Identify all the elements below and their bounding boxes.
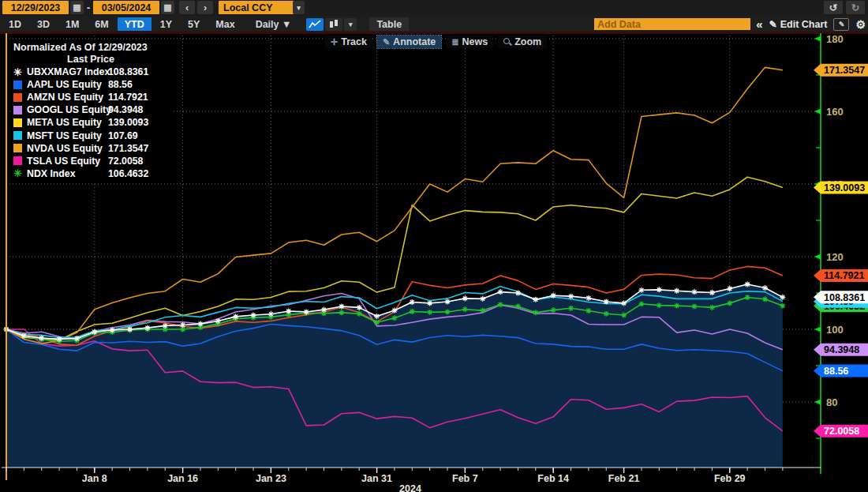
magnifier-icon (503, 38, 511, 46)
legend-series-value: 139.0093 (108, 117, 168, 128)
end-date-field[interactable]: 03/05/2024 (93, 1, 159, 14)
range-tabs: 1D3D1M6MYTD1Y5YMax Daily ▼ ▾ Table (2, 17, 409, 31)
series-marker-UBXXMAG7 (515, 291, 521, 296)
x-tick-label-Feb-21: Feb 21 (608, 473, 640, 484)
series-marker-UBXXMAG7 (215, 318, 221, 324)
legend-row-META[interactable]: META US Equity139.0093 (13, 116, 168, 129)
collapse-toolbar-button[interactable]: « (756, 17, 762, 31)
currency-select[interactable]: Local CCY (219, 1, 296, 14)
legend-row-AAPL[interactable]: AAPL US Equity88.56 (13, 78, 168, 91)
legend-square-swatch (13, 81, 22, 89)
series-marker-UBXXMAG7 (144, 325, 150, 331)
zoom-button[interactable]: Zoom (498, 36, 547, 48)
series-marker-UBXXMAG7 (357, 305, 362, 310)
legend-square-swatch (13, 144, 22, 152)
legend-row-TSLA[interactable]: TSLA US Equity72.0058 (13, 155, 168, 167)
series-marker-NDX (604, 311, 609, 317)
price-badge-label-TSLA: 72.0058 (824, 426, 859, 437)
bloomberg-chart-window: { "header": { "date_start": "12/29/2023"… (0, 0, 868, 492)
legend-row-MSFT[interactable]: MSFT US Equity107.69 (13, 129, 168, 141)
price-badge-label-UBXXMAG7: 108.8361 (824, 292, 865, 303)
series-marker-UBXXMAG7 (568, 294, 574, 299)
undo-icon[interactable]: ↺ (824, 1, 843, 14)
series-marker-UBXXMAG7 (621, 300, 627, 306)
series-marker-UBXXMAG7 (286, 309, 291, 314)
series-marker-UBXXMAG7 (427, 300, 432, 306)
series-marker-NDX (480, 308, 485, 314)
candlestick-chart-type-icon[interactable] (325, 18, 342, 31)
series-marker-UBXXMAG7 (692, 289, 698, 295)
legend-square-swatch (13, 93, 22, 102)
series-marker-NDX (780, 303, 785, 309)
pencil-icon: ✎ (769, 19, 777, 30)
legend-row-GOOGL[interactable]: GOOGL US Equity94.3948 (13, 103, 168, 116)
series-marker-UBXXMAG7 (57, 336, 62, 342)
price-badge-label-AMZN: 114.7921 (824, 270, 864, 281)
series-marker-NDX (727, 300, 732, 306)
legend-row-NVDA[interactable]: NVDA US Equity171.3547 (13, 142, 168, 155)
series-marker-UBXXMAG7 (498, 289, 503, 295)
series-marker-UBXXMAG7 (657, 287, 662, 292)
annotate-button[interactable]: ✎Annotate (377, 36, 441, 48)
series-marker-UBXXMAG7 (709, 290, 715, 295)
legend-series-name: META US Equity (27, 117, 108, 128)
y-tick-label-120: 120 (826, 251, 844, 263)
period-select[interactable]: Daily ▼ (249, 17, 299, 31)
end-date-calendar-icon[interactable]: ▦ (161, 1, 174, 14)
start-date-field[interactable]: 12/29/2023 (2, 1, 69, 14)
tab-YTD[interactable]: YTD (118, 17, 152, 31)
y-tick-arrow-180 (814, 36, 821, 42)
annotate-pencil-icon: ✎ (383, 37, 390, 47)
y-tick-label-100: 100 (826, 324, 844, 336)
tab-5Y[interactable]: 5Y (181, 17, 207, 31)
tab-1M[interactable]: 1M (58, 17, 86, 31)
series-marker-UBXXMAG7 (268, 311, 274, 317)
series-marker-UBXXMAG7 (321, 307, 327, 313)
next-period-button[interactable]: › (197, 1, 213, 14)
series-marker-NDX (427, 310, 432, 315)
series-marker-NDX (638, 301, 644, 306)
x-tick-label-Jan-8: Jan 8 (82, 473, 107, 484)
start-date-calendar-icon[interactable]: ▦ (70, 1, 84, 14)
series-marker-NDX (357, 311, 362, 317)
legend-row-AMZN[interactable]: AMZN US Equity114.7921 (13, 91, 168, 103)
add-data-input[interactable] (594, 18, 750, 30)
legend-title: Normalized As Of 12/29/2023 (13, 42, 168, 53)
legend-series-name: GOOGL US Equity (27, 104, 108, 115)
legend-series-name: AMZN US Equity (27, 92, 108, 103)
series-marker-UBXXMAG7 (674, 288, 679, 294)
legend-row-NDX[interactable]: ✳NDX Index106.4632 (13, 167, 168, 180)
legend-series-name: UBXXMAG7 Index (27, 66, 108, 77)
news-button[interactable]: ≣News (446, 36, 493, 48)
tab-1D[interactable]: 1D (2, 17, 28, 31)
date-range-separator: - (85, 1, 92, 14)
series-marker-UBXXMAG7 (410, 299, 415, 305)
series-marker-UBXXMAG7 (586, 295, 591, 301)
tab-1Y[interactable]: 1Y (153, 17, 179, 31)
series-marker-NDX (515, 304, 521, 310)
gear-icon[interactable]: ⚙ (855, 18, 866, 31)
edit-chart-button[interactable]: ✎ Edit Chart (769, 19, 828, 30)
legend-square-swatch (13, 131, 22, 140)
currency-dropdown-icon[interactable]: ▾ (293, 1, 305, 14)
prev-period-button[interactable]: ‹ (179, 1, 195, 14)
series-marker-UBXXMAG7 (374, 314, 380, 319)
tab-6M[interactable]: 6M (88, 17, 115, 31)
series-marker-NDX (374, 320, 380, 325)
chart-type-dropdown-icon[interactable]: ▾ (344, 18, 357, 31)
tab-3D[interactable]: 3D (30, 17, 57, 31)
x-tick-label-Feb-29: Feb 29 (714, 473, 746, 484)
legend-series-name: NDX Index (27, 168, 108, 179)
redo-icon[interactable]: ↻ (846, 1, 865, 14)
legend-series-value: 88.56 (108, 79, 168, 90)
series-marker-UBXXMAG7 (480, 296, 485, 302)
series-marker-UBXXMAG7 (462, 295, 468, 301)
line-chart-type-icon[interactable] (306, 18, 324, 31)
annotate-chart-icon[interactable]: ✎ (833, 18, 849, 31)
legend-row-UBXXMAG7[interactable]: ✳UBXXMAG7 Index108.8361 (13, 66, 168, 78)
table-button[interactable]: Table (369, 17, 409, 31)
series-marker-NDX (692, 304, 698, 310)
tab-Max[interactable]: Max (208, 17, 241, 31)
series-marker-UBXXMAG7 (39, 336, 44, 341)
track-button[interactable]: ✛Track (325, 36, 372, 48)
